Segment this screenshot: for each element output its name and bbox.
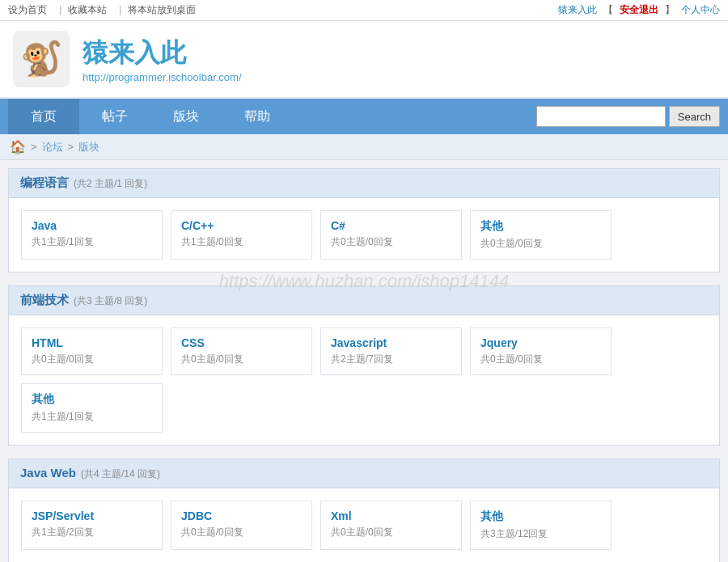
forum-item[interactable]: 其他共3主题/12回复 bbox=[470, 501, 612, 550]
set-homepage-link[interactable]: 设为首页 bbox=[8, 4, 47, 15]
section-body-frontend: HTML共0主题/0回复CSS共0主题/0回复Javascript共2主题/7回… bbox=[9, 315, 719, 445]
forum-item-title: 其他 bbox=[480, 509, 601, 524]
top-bar-left: 设为首页 | 收藏本站 | 将本站放到桌面 bbox=[8, 3, 202, 17]
section-body-javaweb: JSP/Servlet共1主题/2回复JDBC共0主题/0回复Xml共0主题/0… bbox=[9, 488, 719, 562]
content: 编程语言(共2 主题/1 回复)Java共1主题/1回复C/C++共1主题/0回… bbox=[0, 160, 728, 562]
forum-item-title: Jquery bbox=[480, 336, 601, 349]
forum-item-title: C/C++ bbox=[181, 219, 302, 232]
section-title-javaweb: Java Web bbox=[20, 466, 76, 480]
forum-item-title: CSS bbox=[181, 336, 302, 349]
separator2: | bbox=[119, 4, 121, 15]
forum-item-stats: 共0主题/0回复 bbox=[181, 526, 302, 539]
forum-item-title: JSP/Servlet bbox=[32, 509, 152, 522]
forum-item-title: Javascript bbox=[331, 336, 451, 349]
forum-item-stats: 共0主题/0回复 bbox=[331, 526, 451, 539]
forum-item-stats: 共1主题/0回复 bbox=[181, 235, 302, 249]
home-icon: 🏠 bbox=[10, 139, 26, 154]
section-javaweb: Java Web(共4 主题/14 回复)JSP/Servlet共1主题/2回复… bbox=[8, 458, 720, 562]
forum-item[interactable]: C/C++共1主题/0回复 bbox=[171, 210, 312, 260]
section-header-javaweb: Java Web(共4 主题/14 回复) bbox=[9, 459, 719, 488]
header: 🐒 猿来入此 http://programmer.ischoolbar.com/ bbox=[0, 21, 728, 99]
forum-item[interactable]: Xml共0主题/0回复 bbox=[320, 501, 462, 550]
user-center-link[interactable]: 个人中心 bbox=[681, 3, 720, 17]
header-text: 猿来入此 http://programmer.ischoolbar.com/ bbox=[83, 36, 242, 83]
top-bar: 设为首页 | 收藏本站 | 将本站放到桌面 猿来入此 【 安全退出 】 个人中心 bbox=[0, 0, 728, 21]
forum-item[interactable]: CSS共0主题/0回复 bbox=[171, 327, 312, 375]
search-input[interactable] bbox=[536, 106, 666, 127]
forum-item-title: 其他 bbox=[32, 392, 152, 407]
breadcrumb-section[interactable]: 版块 bbox=[78, 140, 99, 154]
forum-item[interactable]: Java共1主题/1回复 bbox=[21, 210, 163, 260]
section-title-programming: 编程语言 bbox=[20, 175, 69, 189]
forum-item-stats: 共0主题/0回复 bbox=[331, 235, 451, 249]
nav-home[interactable]: 首页 bbox=[8, 99, 79, 134]
logout-link[interactable]: 安全退出 bbox=[620, 3, 658, 17]
separator1: | bbox=[59, 4, 61, 15]
forum-item[interactable]: Javascript共2主题/7回复 bbox=[320, 327, 462, 375]
forum-item-title: 其他 bbox=[480, 219, 601, 234]
nav-help[interactable]: 帮助 bbox=[222, 99, 293, 134]
section-subtitle-javaweb: (共4 主题/14 回复) bbox=[81, 468, 160, 480]
sep1: > bbox=[31, 141, 37, 153]
desktop-link[interactable]: 将本站放到桌面 bbox=[128, 4, 196, 15]
section-title-frontend: 前端技术 bbox=[20, 293, 69, 306]
site-title: 猿来入此 bbox=[83, 36, 242, 71]
nav: 首页 帖子 版块 帮助 Search bbox=[0, 99, 728, 134]
site-name-link[interactable]: 猿来入此 bbox=[558, 3, 597, 17]
forum-item-title: C# bbox=[331, 219, 451, 232]
logo-icon: 🐒 bbox=[20, 42, 62, 76]
nav-items: 首页 帖子 版块 帮助 bbox=[8, 99, 536, 134]
forum-item[interactable]: 其他共0主题/0回复 bbox=[470, 210, 612, 260]
section-body-programming: Java共1主题/1回复C/C++共1主题/0回复C#共0主题/0回复其他共0主… bbox=[9, 198, 719, 272]
forum-item-title: Java bbox=[32, 219, 152, 232]
forum-item[interactable]: HTML共0主题/0回复 bbox=[21, 327, 163, 375]
logo: 🐒 bbox=[13, 31, 70, 87]
breadcrumb: 🏠 > 论坛 > 版块 bbox=[0, 134, 728, 160]
forum-item[interactable]: JSP/Servlet共1主题/2回复 bbox=[21, 501, 163, 550]
forum-item-stats: 共2主题/7回复 bbox=[331, 353, 451, 366]
section-subtitle-frontend: (共3 主题/8 回复) bbox=[74, 295, 147, 306]
forum-item[interactable]: JDBC共0主题/0回复 bbox=[171, 501, 312, 550]
section-header-frontend: 前端技术(共3 主题/8 回复) bbox=[9, 286, 719, 315]
bracket-close: 】 bbox=[665, 3, 675, 17]
forum-item-stats: 共1主题/1回复 bbox=[32, 410, 152, 424]
search-button[interactable]: Search bbox=[669, 106, 720, 127]
section-programming: 编程语言(共2 主题/1 回复)Java共1主题/1回复C/C++共1主题/0回… bbox=[8, 168, 720, 273]
bookmark-link[interactable]: 收藏本站 bbox=[68, 4, 107, 15]
top-bar-right: 猿来入此 【 安全退出 】 个人中心 bbox=[558, 3, 720, 17]
section-subtitle-programming: (共2 主题/1 回复) bbox=[74, 178, 147, 189]
forum-item-stats: 共0主题/0回复 bbox=[181, 353, 302, 366]
nav-posts[interactable]: 帖子 bbox=[79, 99, 150, 134]
forum-item[interactable]: C#共0主题/0回复 bbox=[320, 210, 462, 260]
forum-item-stats: 共0主题/0回复 bbox=[480, 237, 601, 251]
section-header-programming: 编程语言(共2 主题/1 回复) bbox=[9, 169, 719, 198]
forum-item-title: Xml bbox=[331, 509, 451, 522]
sep2: > bbox=[68, 141, 74, 153]
forum-item-title: JDBC bbox=[181, 509, 302, 522]
forum-item-title: HTML bbox=[32, 336, 152, 349]
forum-item[interactable]: 其他共1主题/1回复 bbox=[21, 383, 163, 433]
forum-item-stats: 共0主题/0回复 bbox=[480, 353, 601, 366]
bracket-open: 【 bbox=[603, 3, 613, 17]
forum-item-stats: 共1主题/2回复 bbox=[32, 526, 152, 539]
nav-search: Search bbox=[536, 106, 720, 127]
breadcrumb-forum[interactable]: 论坛 bbox=[42, 140, 63, 154]
site-url: http://programmer.ischoolbar.com/ bbox=[83, 71, 242, 83]
forum-item-stats: 共1主题/1回复 bbox=[32, 235, 152, 249]
forum-item-stats: 共3主题/12回复 bbox=[480, 527, 601, 541]
section-frontend: 前端技术(共3 主题/8 回复)HTML共0主题/0回复CSS共0主题/0回复J… bbox=[8, 285, 720, 446]
forum-item-stats: 共0主题/0回复 bbox=[32, 353, 152, 366]
forum-item[interactable]: Jquery共0主题/0回复 bbox=[470, 327, 612, 375]
nav-sections[interactable]: 版块 bbox=[150, 99, 222, 134]
